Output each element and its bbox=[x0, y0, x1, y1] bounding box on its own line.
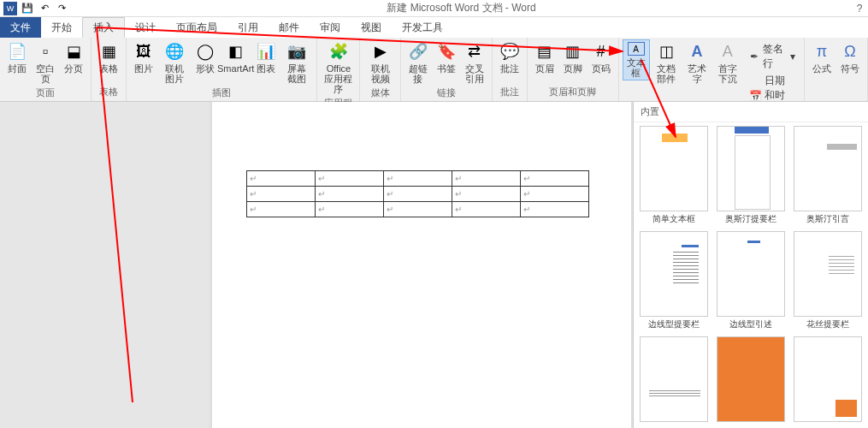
group-pages: 📄封面 ▫空白页 ⬓分页 页面 bbox=[0, 38, 92, 101]
wordart-icon: A bbox=[687, 41, 707, 62]
group-links: 🔗超链接 🔖书签 ⇄交叉引用 链接 bbox=[401, 38, 493, 101]
shapes-button[interactable]: ◯形状 bbox=[192, 39, 219, 75]
save-icon[interactable]: 💾 bbox=[21, 2, 34, 15]
pi-icon: π bbox=[812, 41, 832, 62]
gallery-grid: 简单文本框 奥斯汀提要栏 奥斯汀引言 边线型提要栏 边线型引述 花丝提要栏 bbox=[634, 122, 868, 428]
dropdown-icon: ▾ bbox=[790, 51, 795, 62]
cover-page-button[interactable]: 📄封面 bbox=[3, 39, 31, 75]
comment-icon: 💬 bbox=[499, 41, 520, 62]
tab-references[interactable]: 引用 bbox=[227, 17, 269, 38]
footer-icon: ▥ bbox=[563, 41, 583, 62]
header-icon: ▤ bbox=[534, 41, 555, 62]
comment-button[interactable]: 💬批注 bbox=[496, 39, 523, 75]
chart-icon: 📊 bbox=[256, 41, 276, 62]
table-button[interactable]: ▦表格 bbox=[95, 39, 122, 75]
tab-home[interactable]: 开始 bbox=[41, 17, 82, 38]
group-header-footer: ▤页眉 ▥页脚 #页码 页眉和页脚 bbox=[528, 38, 619, 101]
gallery-item[interactable] bbox=[714, 336, 788, 426]
shapes-icon: ◯ bbox=[195, 41, 216, 62]
symbol-button[interactable]: Ω符号 bbox=[836, 39, 864, 75]
gallery-item-sideline-quote[interactable]: 边线型引述 bbox=[714, 231, 788, 333]
doc-parts-icon: ◫ bbox=[656, 41, 676, 62]
table-icon: ▦ bbox=[98, 41, 119, 62]
group-label: 媒体 bbox=[363, 86, 396, 100]
gallery-item[interactable] bbox=[637, 336, 711, 426]
apps-icon: 🧩 bbox=[328, 41, 349, 62]
window-title: 新建 Microsoft Word 文档 - Word bbox=[72, 1, 851, 15]
office-apps-button[interactable]: 🧩Office 应用程序 bbox=[321, 39, 356, 96]
group-media: ▶联机视频 媒体 bbox=[360, 38, 400, 101]
online-picture-icon: 🌐 bbox=[164, 41, 185, 62]
gallery-item[interactable] bbox=[791, 336, 865, 426]
screenshot-button[interactable]: 📷屏幕截图 bbox=[280, 39, 313, 86]
video-icon: ▶ bbox=[370, 41, 391, 62]
picture-icon: 🖼 bbox=[133, 41, 154, 62]
group-label: 页面 bbox=[3, 86, 87, 100]
page-number-icon: # bbox=[591, 41, 611, 62]
link-icon: 🔗 bbox=[408, 41, 428, 62]
online-picture-button[interactable]: 🌐联机图片 bbox=[158, 39, 191, 86]
redo-icon[interactable]: ↷ bbox=[55, 2, 68, 15]
blank-page-icon: ▫ bbox=[35, 41, 56, 62]
header-button[interactable]: ▤页眉 bbox=[531, 39, 558, 75]
undo-icon[interactable]: ↶ bbox=[38, 2, 51, 15]
page-number-button[interactable]: #页码 bbox=[588, 39, 615, 75]
smartart-button[interactable]: ◧SmartArt bbox=[220, 39, 252, 75]
help-icon[interactable]: ? bbox=[851, 3, 868, 15]
dropcap-icon: A bbox=[717, 41, 738, 62]
tab-insert[interactable]: 插入 bbox=[82, 17, 125, 38]
crossref-icon: ⇄ bbox=[464, 41, 485, 62]
gallery-item-simple[interactable]: 简单文本框 bbox=[637, 126, 711, 228]
blank-page-button[interactable]: ▫空白页 bbox=[32, 39, 59, 86]
quick-access-toolbar: W 💾 ↶ ↷ bbox=[0, 2, 72, 15]
cross-reference-button[interactable]: ⇄交叉引用 bbox=[461, 39, 488, 86]
page-break-button[interactable]: ⬓分页 bbox=[60, 39, 87, 75]
group-label: 表格 bbox=[95, 85, 122, 99]
doc-parts-button[interactable]: ◫文档部件 bbox=[651, 39, 682, 86]
gallery-item-filigree-sidebar[interactable]: 花丝提要栏 bbox=[791, 231, 865, 333]
textbox-icon: A bbox=[628, 42, 645, 56]
dropcap-button[interactable]: A首字下沉 bbox=[712, 39, 743, 86]
tab-file[interactable]: 文件 bbox=[0, 17, 41, 38]
document-table[interactable]: ↵↵↵↵↵ ↵↵↵↵↵ ↵↵↵↵↵ bbox=[246, 170, 589, 217]
tab-design[interactable]: 设计 bbox=[125, 17, 166, 38]
tab-review[interactable]: 审阅 bbox=[310, 17, 351, 38]
document-page[interactable]: ↵↵↵↵↵ ↵↵↵↵↵ ↵↵↵↵↵ bbox=[212, 102, 631, 428]
group-illustrations: 🖼图片 🌐联机图片 ◯形状 ◧SmartArt 📊图表 📷屏幕截图 插图 bbox=[127, 38, 317, 101]
group-text: A文本框 ◫文档部件 A艺术字 A首字下沉 ✒签名行▾ 📅日期和时间 ◪对象▾ bbox=[619, 38, 805, 101]
group-label: 批注 bbox=[496, 85, 523, 99]
word-app-icon: W bbox=[3, 2, 17, 15]
chart-button[interactable]: 📊图表 bbox=[252, 39, 280, 75]
textbox-button[interactable]: A文本框 bbox=[623, 39, 650, 80]
equation-button[interactable]: π公式 bbox=[808, 39, 836, 75]
group-table: ▦表格 表格 bbox=[92, 38, 127, 101]
signature-button[interactable]: ✒签名行▾ bbox=[746, 41, 799, 72]
wordart-button[interactable]: A艺术字 bbox=[683, 39, 711, 86]
group-label: 链接 bbox=[404, 86, 488, 100]
group-label: 页眉和页脚 bbox=[531, 85, 615, 99]
menu-bar: 文件 开始 插入 设计 页面布局 引用 邮件 审阅 视图 开发工具 bbox=[0, 17, 868, 38]
datetime-icon: 📅 bbox=[749, 90, 761, 102]
table-row: ↵↵↵↵↵ bbox=[247, 187, 589, 202]
ribbon: 📄封面 ▫空白页 ⬓分页 页面 ▦表格 表格 🖼图片 🌐联机图片 ◯形状 ◧Sm… bbox=[0, 38, 868, 102]
omega-icon: Ω bbox=[840, 41, 860, 62]
title-bar: W 💾 ↶ ↷ 新建 Microsoft Word 文档 - Word ? bbox=[0, 0, 868, 17]
group-label: 插图 bbox=[130, 86, 313, 100]
tab-view[interactable]: 视图 bbox=[351, 17, 392, 38]
tab-mail[interactable]: 邮件 bbox=[269, 17, 310, 38]
hyperlink-button[interactable]: 🔗超链接 bbox=[404, 39, 432, 86]
bookmark-button[interactable]: 🔖书签 bbox=[433, 39, 460, 75]
online-video-button[interactable]: ▶联机视频 bbox=[363, 39, 396, 86]
footer-button[interactable]: ▥页脚 bbox=[559, 39, 587, 75]
page-break-icon: ⬓ bbox=[63, 41, 84, 62]
gallery-header: 内置 bbox=[634, 102, 868, 122]
textbox-gallery: 内置 简单文本框 奥斯汀提要栏 奥斯汀引言 边线型提要栏 边线型引述 花丝提要栏 bbox=[633, 102, 868, 428]
tab-developer[interactable]: 开发工具 bbox=[392, 17, 453, 38]
table-row: ↵↵↵↵↵ bbox=[247, 202, 589, 217]
group-symbols: π公式 Ω符号 bbox=[805, 38, 868, 101]
picture-button[interactable]: 🖼图片 bbox=[130, 39, 157, 75]
gallery-item-austin-quote[interactable]: 奥斯汀引言 bbox=[791, 126, 865, 228]
gallery-item-sideline-sidebar[interactable]: 边线型提要栏 bbox=[637, 231, 711, 333]
gallery-item-austin-sidebar[interactable]: 奥斯汀提要栏 bbox=[714, 126, 788, 228]
tab-layout[interactable]: 页面布局 bbox=[166, 17, 227, 38]
